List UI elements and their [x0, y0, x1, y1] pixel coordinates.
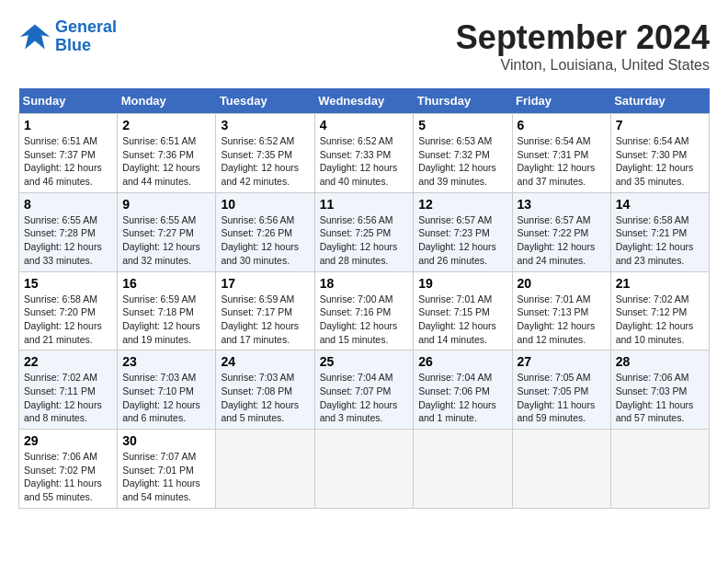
calendar-week-row: 1Sunrise: 6:51 AM Sunset: 7:37 PM Daylig… [19, 114, 710, 193]
calendar-day-cell: 8Sunrise: 6:55 AM Sunset: 7:28 PM Daylig… [19, 192, 118, 271]
weekday-header-thursday: Thursday [414, 88, 512, 114]
day-number: 24 [221, 354, 309, 369]
calendar-week-row: 8Sunrise: 6:55 AM Sunset: 7:28 PM Daylig… [19, 192, 710, 271]
day-info: Sunrise: 6:59 AM Sunset: 7:18 PM Dayligh… [122, 293, 210, 347]
day-info: Sunrise: 7:02 AM Sunset: 7:11 PM Dayligh… [24, 371, 112, 425]
calendar-week-row: 29Sunrise: 7:06 AM Sunset: 7:02 PM Dayli… [19, 430, 710, 509]
day-info: Sunrise: 6:56 AM Sunset: 7:25 PM Dayligh… [320, 213, 409, 268]
day-number: 9 [122, 197, 210, 212]
calendar-day-cell: 29Sunrise: 7:06 AM Sunset: 7:02 PM Dayli… [19, 430, 118, 509]
day-number: 5 [418, 118, 506, 132]
calendar-day-cell: 18Sunrise: 7:00 AM Sunset: 7:16 PM Dayli… [314, 271, 414, 350]
logo: General Blue [18, 18, 117, 55]
calendar-day-cell: 22Sunrise: 7:02 AM Sunset: 7:11 PM Dayli… [19, 350, 118, 430]
calendar-day-cell: 25Sunrise: 7:04 AM Sunset: 7:07 PM Dayli… [314, 350, 414, 430]
day-info: Sunrise: 6:58 AM Sunset: 7:21 PM Dayligh… [616, 213, 704, 268]
calendar-day-cell: 1Sunrise: 6:51 AM Sunset: 7:37 PM Daylig… [19, 114, 118, 193]
day-info: Sunrise: 6:54 AM Sunset: 7:30 PM Dayligh… [616, 134, 704, 189]
day-number: 3 [221, 118, 309, 132]
day-number: 15 [24, 276, 112, 291]
day-number: 2 [122, 118, 210, 132]
day-info: Sunrise: 7:01 AM Sunset: 7:13 PM Dayligh… [518, 293, 606, 347]
page-title: September 2024 [456, 18, 710, 57]
day-number: 30 [122, 433, 210, 448]
calendar-day-cell: 13Sunrise: 6:57 AM Sunset: 7:22 PM Dayli… [512, 192, 610, 271]
calendar-day-cell: 2Sunrise: 6:51 AM Sunset: 7:36 PM Daylig… [118, 114, 216, 193]
page-header: General Blue September 2024 Vinton, Loui… [18, 18, 710, 74]
day-number: 1 [24, 118, 112, 132]
calendar-day-cell: 24Sunrise: 7:03 AM Sunset: 7:08 PM Dayli… [216, 350, 314, 430]
day-number: 28 [616, 354, 704, 369]
weekday-header-friday: Friday [512, 88, 610, 114]
day-info: Sunrise: 7:03 AM Sunset: 7:08 PM Dayligh… [221, 371, 309, 425]
day-info: Sunrise: 6:53 AM Sunset: 7:32 PM Dayligh… [418, 134, 506, 189]
day-info: Sunrise: 7:02 AM Sunset: 7:12 PM Dayligh… [616, 293, 704, 347]
calendar-table: SundayMondayTuesdayWednesdayThursdayFrid… [18, 88, 710, 509]
logo-icon [18, 20, 51, 53]
day-number: 22 [24, 354, 112, 369]
day-number: 26 [418, 354, 506, 369]
day-number: 8 [24, 197, 112, 212]
calendar-day-cell: 27Sunrise: 7:05 AM Sunset: 7:05 PM Dayli… [512, 350, 610, 430]
day-info: Sunrise: 6:51 AM Sunset: 7:37 PM Dayligh… [24, 134, 112, 189]
calendar-day-cell: 17Sunrise: 6:59 AM Sunset: 7:17 PM Dayli… [216, 271, 314, 350]
day-info: Sunrise: 6:52 AM Sunset: 7:33 PM Dayligh… [320, 134, 409, 189]
day-number: 21 [616, 276, 704, 291]
calendar-day-cell: 11Sunrise: 6:56 AM Sunset: 7:25 PM Dayli… [314, 192, 414, 271]
calendar-day-cell: 5Sunrise: 6:53 AM Sunset: 7:32 PM Daylig… [414, 114, 512, 193]
day-info: Sunrise: 7:05 AM Sunset: 7:05 PM Dayligh… [518, 371, 606, 425]
day-number: 27 [518, 354, 606, 369]
calendar-day-cell: 28Sunrise: 7:06 AM Sunset: 7:03 PM Dayli… [610, 350, 709, 430]
calendar-day-cell: 7Sunrise: 6:54 AM Sunset: 7:30 PM Daylig… [610, 114, 709, 193]
empty-cell [414, 430, 512, 509]
day-info: Sunrise: 6:57 AM Sunset: 7:23 PM Dayligh… [418, 213, 506, 268]
calendar-day-cell: 10Sunrise: 6:56 AM Sunset: 7:26 PM Dayli… [216, 192, 314, 271]
day-number: 11 [320, 197, 409, 212]
day-number: 23 [122, 354, 210, 369]
calendar-day-cell: 20Sunrise: 7:01 AM Sunset: 7:13 PM Dayli… [512, 271, 610, 350]
svg-marker-0 [20, 24, 50, 49]
calendar-day-cell: 6Sunrise: 6:54 AM Sunset: 7:31 PM Daylig… [512, 114, 610, 193]
day-number: 16 [122, 276, 210, 291]
day-number: 25 [320, 354, 409, 369]
day-info: Sunrise: 7:00 AM Sunset: 7:16 PM Dayligh… [320, 293, 409, 347]
weekday-header-saturday: Saturday [610, 88, 709, 114]
calendar-week-row: 15Sunrise: 6:58 AM Sunset: 7:20 PM Dayli… [19, 271, 710, 350]
calendar-day-cell: 12Sunrise: 6:57 AM Sunset: 7:23 PM Dayli… [414, 192, 512, 271]
day-info: Sunrise: 6:54 AM Sunset: 7:31 PM Dayligh… [518, 134, 606, 189]
day-info: Sunrise: 7:04 AM Sunset: 7:06 PM Dayligh… [418, 371, 506, 425]
day-info: Sunrise: 6:58 AM Sunset: 7:20 PM Dayligh… [24, 293, 112, 347]
day-number: 12 [418, 197, 506, 212]
weekday-header-wednesday: Wednesday [314, 88, 414, 114]
calendar-day-cell: 16Sunrise: 6:59 AM Sunset: 7:18 PM Dayli… [118, 271, 216, 350]
page-subtitle: Vinton, Louisiana, United States [456, 57, 710, 74]
logo-text: General Blue [55, 18, 117, 55]
empty-cell [512, 430, 610, 509]
day-info: Sunrise: 6:51 AM Sunset: 7:36 PM Dayligh… [122, 134, 210, 189]
calendar-day-cell: 21Sunrise: 7:02 AM Sunset: 7:12 PM Dayli… [610, 271, 709, 350]
day-info: Sunrise: 7:04 AM Sunset: 7:07 PM Dayligh… [320, 371, 409, 425]
empty-cell [216, 430, 314, 509]
day-info: Sunrise: 6:52 AM Sunset: 7:35 PM Dayligh… [221, 134, 309, 189]
day-info: Sunrise: 6:56 AM Sunset: 7:26 PM Dayligh… [221, 213, 309, 268]
calendar-day-cell: 26Sunrise: 7:04 AM Sunset: 7:06 PM Dayli… [414, 350, 512, 430]
calendar-day-cell: 14Sunrise: 6:58 AM Sunset: 7:21 PM Dayli… [610, 192, 709, 271]
calendar-day-cell: 30Sunrise: 7:07 AM Sunset: 7:01 PM Dayli… [118, 430, 216, 509]
calendar-day-cell: 3Sunrise: 6:52 AM Sunset: 7:35 PM Daylig… [216, 114, 314, 193]
day-number: 18 [320, 276, 409, 291]
day-number: 4 [320, 118, 409, 132]
day-number: 6 [518, 118, 606, 132]
calendar-day-cell: 4Sunrise: 6:52 AM Sunset: 7:33 PM Daylig… [314, 114, 414, 193]
day-number: 20 [518, 276, 606, 291]
day-number: 10 [221, 197, 309, 212]
calendar-day-cell: 15Sunrise: 6:58 AM Sunset: 7:20 PM Dayli… [19, 271, 118, 350]
day-info: Sunrise: 7:06 AM Sunset: 7:02 PM Dayligh… [24, 450, 112, 504]
weekday-header-sunday: Sunday [19, 88, 118, 114]
day-info: Sunrise: 6:55 AM Sunset: 7:28 PM Dayligh… [24, 213, 112, 268]
calendar-header-row: SundayMondayTuesdayWednesdayThursdayFrid… [19, 88, 710, 114]
day-number: 29 [24, 433, 112, 448]
calendar-day-cell: 23Sunrise: 7:03 AM Sunset: 7:10 PM Dayli… [118, 350, 216, 430]
weekday-header-tuesday: Tuesday [216, 88, 314, 114]
calendar-day-cell: 19Sunrise: 7:01 AM Sunset: 7:15 PM Dayli… [414, 271, 512, 350]
empty-cell [314, 430, 414, 509]
